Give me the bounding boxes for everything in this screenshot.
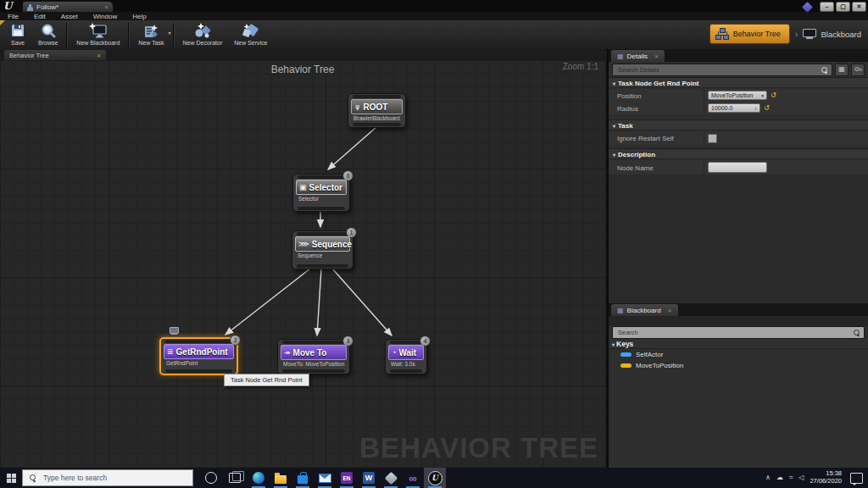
details-search-box[interactable] <box>612 64 832 76</box>
keys-header[interactable]: ▾Keys <box>609 339 868 349</box>
start-button[interactable] <box>0 468 22 488</box>
menu-file[interactable]: File <box>0 13 26 20</box>
edge-button[interactable] <box>248 468 270 488</box>
taskbar-search-input[interactable] <box>42 473 186 483</box>
new-service-button[interactable]: New Service <box>228 21 273 48</box>
new-task-dropdown-icon[interactable]: ▾ <box>169 30 171 36</box>
taskbar-search-box[interactable] <box>22 469 193 486</box>
new-service-icon <box>241 22 261 39</box>
category-task-node[interactable]: ▾Task Node Get Rnd Point <box>609 77 868 88</box>
cortana-icon <box>205 472 217 484</box>
key-type-icon <box>620 352 632 357</box>
unreal-logo-icon: U <box>3 0 12 12</box>
visual-studio-button[interactable]: ∞ <box>402 468 424 488</box>
selector-icon: ▣ <box>299 184 307 191</box>
wait-icon: ◔ <box>392 349 396 357</box>
blackboard-search-box[interactable] <box>612 326 865 339</box>
details-tab[interactable]: ▦ Details ✕ <box>611 50 665 62</box>
windows-taskbar: EN W ∞ U ∧ ☁ ≈ ◁ 15:38 27/06/2020 <box>0 468 868 488</box>
radius-input[interactable]: 10000.0↕ <box>708 103 760 113</box>
blackboard-mini-icon <box>170 327 179 335</box>
behavior-tree-mode-button[interactable]: Behavior Tree <box>709 24 790 44</box>
node-sequence[interactable]: 1 ⋙Sequence Sequence <box>292 230 353 269</box>
menu-edit[interactable]: Edit <box>26 13 53 20</box>
tray-expand-icon[interactable]: ∧ <box>765 474 771 481</box>
asset-tab-close-icon[interactable]: ✕ <box>104 4 108 10</box>
spinner-icon[interactable]: ↕ <box>754 106 757 111</box>
taskbar-clock[interactable]: 15:38 27/06/2020 <box>810 470 842 485</box>
toolbar-separator <box>128 23 130 47</box>
key-movetoposition[interactable]: MoveToPosition <box>609 360 868 371</box>
root-icon: ⋔ <box>354 103 361 111</box>
property-matrix-button[interactable]: ▦ <box>835 64 849 76</box>
new-task-button[interactable]: New Task ▾ <box>132 21 170 48</box>
search-icon <box>853 329 860 336</box>
file-explorer-button[interactable] <box>270 468 292 488</box>
close-button[interactable]: ✕ <box>852 2 866 12</box>
category-task[interactable]: ▾Task <box>609 119 868 130</box>
unreal-engine-button[interactable]: U <box>424 468 446 488</box>
reset-to-default-icon[interactable]: ↺ <box>771 92 776 99</box>
details-tab-close-icon[interactable]: ✕ <box>654 53 659 59</box>
new-decorator-button[interactable]: New Decorator <box>177 21 229 48</box>
details-search-input[interactable] <box>616 65 817 75</box>
moveto-icon: ↠ <box>284 349 291 357</box>
mail-button[interactable] <box>314 468 336 488</box>
radius-row: Radius 10000.0↕ ↺ <box>609 102 868 115</box>
paint3d-button[interactable] <box>380 468 402 488</box>
graph-document-tab[interactable]: Behavior Tree ✕ <box>4 50 106 60</box>
store-button[interactable] <box>292 468 314 488</box>
marketplace-icon[interactable] <box>802 2 813 13</box>
ignore-restart-self-checkbox[interactable] <box>708 134 717 143</box>
key-selfactor[interactable]: SelfActor <box>609 349 868 360</box>
save-button[interactable]: Save <box>3 21 32 48</box>
behavior-tree-mode-icon <box>715 28 729 40</box>
menu-help[interactable]: Help <box>125 13 153 20</box>
mode-switcher: Behavior Tree › Blackboard <box>709 24 861 44</box>
node-root[interactable]: ⋔ROOT BrawlerBlackboard <box>348 93 406 128</box>
endnote-button[interactable]: EN <box>336 468 358 488</box>
graph-tab-strip: Behavior Tree ✕ <box>0 49 605 60</box>
position-dropdown[interactable]: MoveToPosition▾ <box>708 91 767 100</box>
word-button[interactable]: W <box>358 468 380 488</box>
cortana-button[interactable] <box>200 468 222 488</box>
minimize-button[interactable]: – <box>820 2 834 12</box>
onedrive-icon[interactable]: ☁ <box>776 474 783 481</box>
new-blackboard-button[interactable]: New Blackboard <box>70 21 125 48</box>
graph-tab-close-icon[interactable]: ✕ <box>97 53 101 58</box>
browse-icon <box>40 22 57 39</box>
reset-to-default-icon[interactable]: ↺ <box>764 105 770 112</box>
node-selector[interactable]: 0 ▣Selector Selector <box>292 174 350 212</box>
node-name-input[interactable] <box>708 162 767 173</box>
task-view-button[interactable] <box>224 468 246 488</box>
menu-window[interactable]: Window <box>86 13 125 20</box>
3d-object-icon <box>384 471 398 485</box>
window-controls: – ▢ ✕ <box>804 2 866 12</box>
node-name-row: Node Name <box>609 160 868 175</box>
node-moveto[interactable]: 3 ↠Move To MoveTo: MoveToPosition <box>277 339 350 374</box>
details-tab-icon: ▦ <box>617 53 624 60</box>
behavior-tree-graph-canvas[interactable]: Behavior Tree Zoom 1:1 BEHAVIOR TREE ⋔RO… <box>0 60 605 468</box>
view-options-button[interactable]: ⊙▾ <box>851 64 865 76</box>
blackboard-search-input[interactable] <box>616 328 849 337</box>
node-getrndpoint[interactable]: 2 ≣GetRndPoint GetRndPoint <box>159 337 238 375</box>
restore-button[interactable]: ▢ <box>836 2 850 12</box>
key-type-icon <box>620 363 632 368</box>
blackboard-tab[interactable]: ▦ Blackboard ✕ <box>611 304 678 316</box>
details-empty-area <box>609 175 868 303</box>
blackboard-tab-close-icon[interactable]: ✕ <box>668 308 672 313</box>
menu-asset[interactable]: Asset <box>53 13 86 20</box>
search-icon <box>821 66 828 74</box>
details-tab-bar: ▦ Details ✕ <box>609 49 868 62</box>
task-view-icon <box>229 473 241 483</box>
asset-tab-follow[interactable]: Follow* ✕ <box>22 1 114 13</box>
node-wait[interactable]: 4 ◔Wait Wait: 3.0s <box>385 339 427 374</box>
unreal-engine-icon: U <box>428 471 442 485</box>
volume-icon[interactable]: ◁ <box>798 474 804 481</box>
network-icon[interactable]: ≈ <box>789 474 793 481</box>
new-task-icon <box>142 22 160 39</box>
browse-button[interactable]: Browse <box>32 21 64 48</box>
blackboard-mode-button[interactable]: Blackboard <box>803 29 861 39</box>
action-center-icon[interactable] <box>850 473 863 484</box>
category-description[interactable]: ▾Description <box>609 148 868 159</box>
